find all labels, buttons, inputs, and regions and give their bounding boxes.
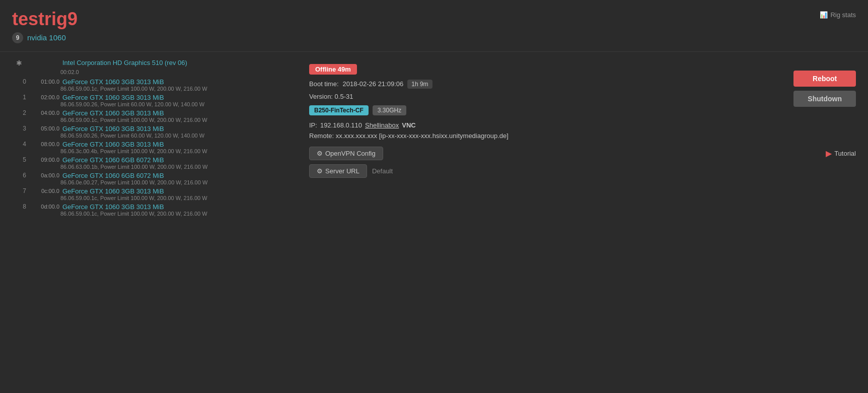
gear-icon-server: ⚙ <box>317 167 323 175</box>
gpu-details-1: 86.06.59.00.26, Power Limit 60.00 W, 120… <box>60 101 289 107</box>
cpu-badge: 3.30GHz <box>373 105 406 115</box>
gpu-index-4: 4 <box>12 141 26 148</box>
remote-label: Remote: <box>309 132 334 140</box>
rig-stats-link[interactable]: 📊 Rig stats <box>820 11 856 19</box>
rig-title: testrig9 <box>12 9 78 29</box>
gpu-index-7: 7 <box>12 187 26 194</box>
server-url-label: Server URL <box>325 167 359 175</box>
gpu-addr-3: 05:00.0 <box>29 125 59 132</box>
gpu-index-0: 0 <box>12 78 26 85</box>
gpu-addr-7: 0c:00.0 <box>29 188 59 194</box>
gpu-details-6: 86.06.0e.00.27, Power Limit 100.00 W, 20… <box>60 179 289 185</box>
gpu-list: ✱ Intel Corporation HD Graphics 510 (rev… <box>12 59 289 219</box>
remote-row: Remote: xx.xxx.xxx.xxx [ip-xx-xxx-xxx-xx… <box>309 132 856 140</box>
gpu-entry-0: 0 01:00.0 GeForce GTX 1060 3GB 3013 MiB … <box>12 78 289 92</box>
gpu-entry-4: 4 08:00.0 GeForce GTX 1060 3GB 3013 MiB … <box>12 141 289 154</box>
server-url-value: Default <box>372 167 393 175</box>
gpu-entry-2: 2 04:00.0 GeForce GTX 1060 3GB 3013 MiB … <box>12 109 289 123</box>
gpu-name-6: GeForce GTX 1060 6GB 6072 MiB <box>62 172 164 179</box>
gpu-details-7: 86.06.59.00.1c, Power Limit 100.00 W, 20… <box>60 195 289 201</box>
ip-row: IP: 192.168.0.110 Shellinabox VNC <box>309 121 856 129</box>
openvpn-config-button[interactable]: ⚙ OpenVPN Config <box>309 147 383 160</box>
gpu-name-5: GeForce GTX 1060 6GB 6072 MiB <box>62 156 164 164</box>
gpu-addr-1: 02:00.0 <box>29 94 59 100</box>
action-buttons: Reboot Shutdown <box>793 71 856 107</box>
gpu-details-8: 86.06.59.00.1c, Power Limit 100.00 W, 20… <box>60 211 289 217</box>
gpu-addr-5: 09:00.0 <box>29 157 59 163</box>
gpu-entry-intel: ✱ Intel Corporation HD Graphics 510 (rev… <box>12 59 289 67</box>
gear-icon-openvpn: ⚙ <box>317 150 323 157</box>
gpu-details-5: 86.06.63.00.1b, Power Limit 100.00 W, 20… <box>60 164 289 170</box>
intel-time: 00:02.0 <box>60 69 289 75</box>
gpu-index-5: 5 <box>12 156 26 163</box>
gpu-entry-7: 7 0c:00.0 GeForce GTX 1060 3GB 3013 MiB … <box>12 187 289 201</box>
gpu-index-8: 8 <box>12 203 26 210</box>
ip-value: 192.168.0.110 <box>320 121 362 129</box>
boot-time-label: Boot time: <box>309 80 339 88</box>
remote-value: xx.xxx.xxx.xxx [ip-xx-xxx-xxx-xxx.hsixx.… <box>336 132 509 140</box>
boot-duration-badge: 1h 9m <box>407 80 432 89</box>
right-panel: Offline 49m Boot time: 2018-02-26 21:09:… <box>309 59 856 219</box>
youtube-icon: ▶ <box>826 149 832 158</box>
gpu-index-6: 6 <box>12 172 26 179</box>
gpu-details-3: 86.06.59.00.26, Power Limit 60.00 W, 120… <box>60 133 289 139</box>
hardware-badges: B250-FinTech-CF 3.30GHz <box>309 105 856 115</box>
gpu-entry-3: 3 05:00.0 GeForce GTX 1060 3GB 3013 MiB … <box>12 125 289 139</box>
gpu-addr-6: 0a:00.0 <box>29 172 59 178</box>
motherboard-badge: B250-FinTech-CF <box>309 105 369 115</box>
chart-icon: 📊 <box>820 11 828 19</box>
gpu-name-4: GeForce GTX 1060 3GB 3013 MiB <box>62 141 164 148</box>
gpu-addr-2: 04:00.0 <box>29 110 59 116</box>
gpu-addr-8: 0d:00.0 <box>29 204 59 210</box>
boot-time-value: 2018-02-26 21:09:06 <box>343 80 404 88</box>
gpu-entry-5: 5 09:00.0 GeForce GTX 1060 6GB 6072 MiB … <box>12 156 289 170</box>
openvpn-config-row: ⚙ OpenVPN Config ▶ Tutorial <box>309 147 856 160</box>
server-url-button[interactable]: ⚙ Server URL <box>309 164 367 178</box>
ip-label: IP: <box>309 121 317 129</box>
gpu-count-badge: 9 <box>12 32 23 43</box>
rig-stats-label: Rig stats <box>830 11 856 19</box>
offline-badge: Offline 49m <box>309 64 357 75</box>
version-label: Version: <box>309 93 333 100</box>
gpu-entry-1: 1 02:00.0 GeForce GTX 1060 3GB 3013 MiB … <box>12 94 289 107</box>
gpu-details-4: 86.06.3c.00.4b, Power Limit 100.00 W, 20… <box>60 148 289 154</box>
gpu-addr-4: 08:00.0 <box>29 141 59 147</box>
gpu-details-2: 86.06.59.00.1c, Power Limit 100.00 W, 20… <box>60 117 289 123</box>
gpu-name-2: GeForce GTX 1060 3GB 3013 MiB <box>62 109 164 117</box>
gpu-type-label: nvidia 1060 <box>27 33 66 42</box>
gpu-index-1: 1 <box>12 94 26 101</box>
gpu-name-7: GeForce GTX 1060 3GB 3013 MiB <box>62 187 164 195</box>
gpu-name-1: GeForce GTX 1060 3GB 3013 MiB <box>62 94 164 101</box>
gpu-index-3: 3 <box>12 125 26 132</box>
intel-gpu-name: Intel Corporation HD Graphics 510 (rev 0… <box>62 59 187 67</box>
shellinabox-link[interactable]: Shellinabox <box>365 121 399 129</box>
tutorial-label: Tutorial <box>834 150 856 157</box>
gpu-name-0: GeForce GTX 1060 3GB 3013 MiB <box>62 78 164 86</box>
shutdown-button[interactable]: Shutdown <box>793 91 856 107</box>
gpu-entry-6: 6 0a:00.0 GeForce GTX 1060 6GB 6072 MiB … <box>12 172 289 185</box>
status-row: Offline 49m <box>309 64 856 75</box>
openvpn-config-label: OpenVPN Config <box>325 150 376 157</box>
gpu-details-0: 86.06.59.00.1c, Power Limit 100.00 W, 20… <box>60 86 289 92</box>
boot-time-row: Boot time: 2018-02-26 21:09:06 1h 9m <box>309 80 856 89</box>
asterisk-icon: ✱ <box>12 59 26 67</box>
version-value: 0.5-31 <box>335 93 353 100</box>
gpu-entry-8: 8 0d:00.0 GeForce GTX 1060 3GB 3013 MiB … <box>12 203 289 217</box>
vnc-link[interactable]: VNC <box>402 121 415 129</box>
gpu-name-8: GeForce GTX 1060 3GB 3013 MiB <box>62 203 164 211</box>
gpu-addr-0: 01:00.0 <box>29 79 59 85</box>
tutorial-link[interactable]: ▶ Tutorial <box>826 149 856 158</box>
gpu-index-2: 2 <box>12 109 26 116</box>
version-row: Version: 0.5-31 <box>309 93 856 100</box>
gpu-name-3: GeForce GTX 1060 3GB 3013 MiB <box>62 125 164 133</box>
reboot-button[interactable]: Reboot <box>793 71 856 87</box>
server-url-row: ⚙ Server URL Default <box>309 164 856 178</box>
